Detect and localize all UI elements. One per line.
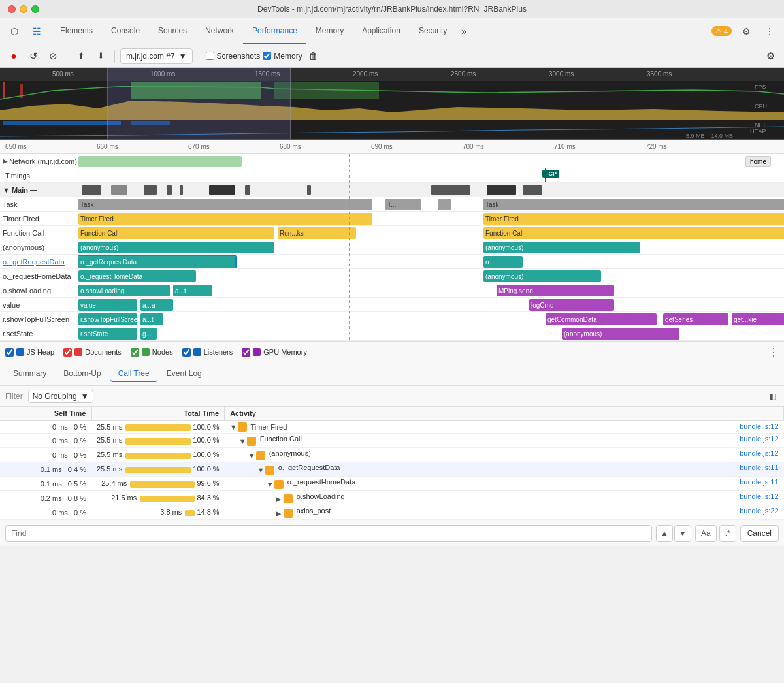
get-series[interactable]: getSeries <box>663 313 728 325</box>
tree-arrow[interactable]: ▶ <box>276 495 284 503</box>
show-load-1[interactable]: o.showLoading <box>78 285 170 296</box>
th-activity[interactable]: Activity <box>225 407 784 421</box>
clear-button[interactable]: ⊘ <box>44 48 61 65</box>
anon-purple[interactable]: (anonymous) <box>562 328 679 340</box>
match-case-button[interactable]: Aa <box>695 525 717 542</box>
timer-fired-row[interactable]: Timer Fired Timer Fired Timer Fired <box>0 212 784 226</box>
warning-badge[interactable]: ⚠ 4 <box>711 26 732 36</box>
val-aa[interactable]: a...a <box>140 299 173 311</box>
fn-call-1[interactable]: Function Call <box>78 227 274 239</box>
settings-icon[interactable]: ⚙ <box>737 22 755 40</box>
task-block-small[interactable] <box>438 199 451 210</box>
gpu-memory-metric[interactable]: GPU Memory <box>242 348 307 357</box>
target-selector[interactable]: m.jr.jd.com #7 ▼ <box>120 48 193 64</box>
record-button[interactable]: ● <box>5 48 22 65</box>
table-row[interactable]: 0.2 ms 0.8 % 21.5 ms 84.3 % ▶ o.sho <box>0 491 784 505</box>
tab-application[interactable]: Application <box>353 18 410 44</box>
source-link[interactable]: bundle.js:11 <box>740 478 778 486</box>
table-row[interactable]: 0 ms 0 % 25.5 ms 100.0 % ▼ Function <box>0 434 784 448</box>
timer-fired-1[interactable]: Timer Fired <box>78 213 372 225</box>
listeners-metric[interactable]: Listeners <box>182 348 233 357</box>
tree-arrow[interactable]: ▼ <box>239 437 247 445</box>
tab-console[interactable]: Console <box>102 18 149 44</box>
source-link[interactable]: bundle.js:12 <box>740 422 778 430</box>
source-link[interactable]: bundle.js:12 <box>740 449 778 457</box>
tree-arrow[interactable]: ▼ <box>257 466 265 474</box>
reload-button[interactable]: ↺ <box>25 48 42 65</box>
set-state-g[interactable]: g... <box>140 328 157 340</box>
close-button[interactable] <box>8 5 16 13</box>
tree-arrow[interactable]: ▼ <box>230 423 238 431</box>
show-top-row[interactable]: r.showTopFullScreen r.showTopFullScreen … <box>0 312 784 326</box>
tab-network[interactable]: Network <box>196 18 243 44</box>
grouping-selector[interactable]: No Grouping ▼ <box>28 390 93 403</box>
cancel-button[interactable]: Cancel <box>740 525 779 542</box>
tab-performance[interactable]: Performance <box>243 18 306 44</box>
n-block[interactable]: n <box>483 256 523 268</box>
source-link[interactable]: bundle.js:22 <box>740 507 778 515</box>
upload-button[interactable]: ⬆ <box>73 48 90 65</box>
settings-icon[interactable]: ⚙ <box>762 48 779 65</box>
show-load-at[interactable]: a...t <box>173 285 212 296</box>
value-row[interactable]: value value a...a logCmd <box>0 298 784 312</box>
regex-button[interactable]: .* <box>719 525 736 542</box>
tree-arrow[interactable]: ▼ <box>248 452 256 460</box>
set-state-1[interactable]: r.setState <box>78 328 137 340</box>
tab-memory[interactable]: Memory <box>306 18 353 44</box>
metrics-more-icon[interactable]: ⋮ <box>768 346 779 358</box>
timings-row[interactable]: Timings FCP <box>0 168 784 183</box>
show-loading-row[interactable]: o.showLoading o.showLoading a...t MPing.… <box>0 283 784 298</box>
maximize-button[interactable] <box>31 5 39 13</box>
logcmd[interactable]: logCmd <box>529 299 614 311</box>
documents-checkbox[interactable] <box>63 348 72 357</box>
request-home-row[interactable]: o._requestHomeData o._requestHomeData (a… <box>0 269 784 283</box>
source-link[interactable]: bundle.js:11 <box>740 464 778 471</box>
documents-metric[interactable]: Documents <box>63 348 122 357</box>
memory-checkbox[interactable] <box>263 52 271 60</box>
gpu-memory-checkbox[interactable] <box>242 348 250 357</box>
sidebar-toggle-icon[interactable]: ◧ <box>766 390 779 403</box>
val-1[interactable]: value <box>78 299 137 311</box>
fn-call-run[interactable]: Run...ks <box>278 227 356 239</box>
tab-elements[interactable]: Elements <box>51 18 102 44</box>
tree-arrow[interactable]: ▶ <box>276 509 284 518</box>
task-block-1[interactable]: Task <box>78 199 372 210</box>
main-header-row[interactable]: ▼ Main — <box>0 183 784 197</box>
find-next-button[interactable]: ▼ <box>674 525 691 542</box>
get-common-data[interactable]: getCommonData <box>546 313 657 325</box>
more-tabs-icon[interactable]: » <box>457 26 470 37</box>
fn-call-2[interactable]: Function Call <box>483 227 784 239</box>
table-row[interactable]: 0.1 ms 0.4 % 25.5 ms 100.0 % ▼ o._g <box>0 462 784 477</box>
source-link[interactable]: bundle.js:12 <box>740 492 778 500</box>
timeline-detail[interactable]: 650 ms 660 ms 670 ms 680 ms 690 ms 700 m… <box>0 140 784 342</box>
anon-1[interactable]: (anonymous) <box>78 242 274 253</box>
screenshots-checkbox[interactable] <box>206 52 214 60</box>
tab-sources[interactable]: Sources <box>149 18 196 44</box>
find-input[interactable] <box>5 525 652 542</box>
tab-bottom-up[interactable]: Bottom-Up <box>56 366 108 382</box>
req-home-anon[interactable]: (anonymous) <box>483 270 601 282</box>
tab-summary[interactable]: Summary <box>5 366 54 382</box>
anon-2[interactable]: (anonymous) <box>483 242 640 253</box>
th-total-time[interactable]: Total Time <box>91 407 225 421</box>
task-block-t[interactable]: T... <box>385 199 421 210</box>
listeners-checkbox[interactable] <box>182 348 191 357</box>
delete-button[interactable]: 🗑 <box>305 48 322 65</box>
show-top-1[interactable]: r.showTopFullScreen <box>78 313 137 325</box>
find-prev-button[interactable]: ▲ <box>656 525 673 542</box>
tab-event-log[interactable]: Event Log <box>159 366 210 382</box>
screenshots-checkbox-label[interactable]: Screenshots <box>206 52 261 61</box>
table-row[interactable]: 0 ms 0 % 25.5 ms 100.0 % ▼ (anonymo <box>0 448 784 462</box>
source-link[interactable]: bundle.js:12 <box>740 435 778 443</box>
req-home-1[interactable]: o._requestHomeData <box>78 270 196 282</box>
network-row[interactable]: ▶ Network (m.jr.jd.com) home <box>0 154 784 168</box>
get-request-data-row[interactable]: o._getRequestData o._getRequestData n <box>0 255 784 269</box>
mping-send[interactable]: MPing.send <box>497 285 614 296</box>
nodes-metric[interactable]: Nodes <box>131 348 173 357</box>
set-state-row[interactable]: r.setState r.setState g... (anonymous) <box>0 326 784 341</box>
more-options-icon[interactable]: ⋮ <box>760 22 779 40</box>
task-block-2[interactable]: Task <box>483 199 784 210</box>
tab-call-tree[interactable]: Call Tree <box>110 366 157 382</box>
get-request-block[interactable]: o._getRequestData <box>78 256 235 268</box>
table-row[interactable]: 0.1 ms 0.5 % 25.4 ms 99.6 % ▼ o._re <box>0 477 784 491</box>
